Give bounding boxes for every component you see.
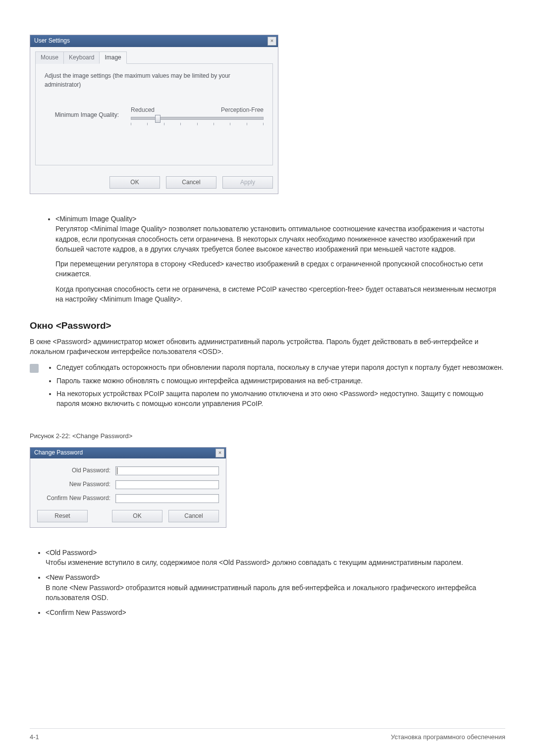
image-settings-note: Adjust the image settings (the maximum v…	[45, 72, 264, 89]
slider-label-reduced: Reduced	[131, 106, 155, 114]
text-caret	[117, 467, 117, 474]
user-settings-buttons: OK Cancel Apply	[35, 171, 273, 189]
slider-thumb[interactable]	[155, 115, 160, 123]
note-icon	[30, 364, 39, 373]
figure-caption: Рисунок 2-22: <Change Password>	[30, 432, 505, 441]
list-item: <Minimum Image Quality> Регулятор <Minim…	[55, 214, 505, 304]
old-password-input[interactable]	[115, 466, 219, 475]
note-item: На некоторых устройствах PCoIP защита па…	[56, 389, 505, 409]
change-password-body: Old Password: New Password: Confirm New …	[30, 458, 226, 527]
confirm-password-label: Confirm New Password:	[37, 494, 110, 503]
note-item: Пароль также можно обновлять с помощью и…	[56, 376, 505, 386]
new-password-label: New Password:	[37, 480, 110, 489]
dialog-title: User Settings	[34, 37, 70, 45]
list-item: <New Password> В поле <New Password> ото…	[46, 572, 505, 603]
tab-image[interactable]: Image	[99, 51, 126, 64]
slider-label-perception-free: Perception-Free	[221, 106, 264, 114]
confirm-password-input[interactable]	[115, 494, 219, 503]
image-tab-panel: Adjust the image settings (the maximum v…	[35, 64, 273, 165]
tab-keyboard[interactable]: Keyboard	[63, 51, 100, 64]
footer-section-title: Установка программного обеспечения	[391, 733, 505, 742]
min-image-quality-label: Minimum Image Quality:	[45, 106, 119, 119]
old-password-term: <Old Password>	[46, 548, 505, 557]
password-intro: В окне <Password> администратор может об…	[30, 337, 505, 357]
close-icon[interactable]: ×	[215, 449, 224, 457]
reset-button[interactable]: Reset	[37, 510, 88, 522]
old-password-row: Old Password:	[37, 466, 219, 475]
old-password-label: Old Password:	[37, 466, 110, 475]
list-item: <Old Password> Чтобы изменение вступило …	[46, 548, 505, 568]
change-password-buttons: Reset OK Cancel	[37, 508, 219, 522]
slider-area: Reduced Perception-Free	[131, 106, 264, 125]
user-settings-dialog: User Settings × Mouse Keyboard Image Adj…	[30, 35, 278, 194]
slider-ticks	[131, 123, 264, 125]
new-password-text: В поле <New Password> отобразится новый …	[46, 583, 505, 603]
close-icon[interactable]: ×	[268, 37, 276, 46]
password-fields-list: <Old Password> Чтобы изменение вступило …	[30, 548, 505, 618]
password-note-list: Следует соблюдать осторожность при обнов…	[46, 362, 505, 411]
list-item: <Confirm New Password>	[46, 607, 505, 617]
dialog-title: Change Password	[34, 449, 83, 457]
miq-para-2: При перемещении регулятора в сторону <Re…	[55, 259, 505, 279]
page-number: 4-1	[30, 733, 39, 742]
change-password-dialog: Change Password × Old Password: New Pass…	[30, 447, 226, 528]
page-footer: 4-1 Установка программного обеспечения	[30, 728, 505, 742]
new-password-row: New Password:	[37, 480, 219, 489]
change-password-titlebar[interactable]: Change Password ×	[30, 448, 226, 458]
tab-mouse[interactable]: Mouse	[35, 51, 64, 64]
miq-para-3: Когда пропускная способность сети не огр…	[55, 284, 505, 304]
new-password-input[interactable]	[115, 480, 219, 489]
miq-description-list: <Minimum Image Quality> Регулятор <Minim…	[30, 214, 505, 304]
min-image-quality-row: Minimum Image Quality: Reduced Perceptio…	[45, 106, 264, 125]
confirm-password-term: <Confirm New Password>	[46, 607, 505, 617]
confirm-password-row: Confirm New Password:	[37, 494, 219, 503]
user-settings-titlebar[interactable]: User Settings ×	[30, 35, 278, 47]
cancel-button[interactable]: Cancel	[168, 510, 219, 522]
apply-button[interactable]: Apply	[222, 176, 273, 189]
old-password-text: Чтобы изменение вступило в силу, содержи…	[46, 557, 505, 567]
note-item: Следует соблюдать осторожность при обнов…	[56, 362, 505, 372]
miq-term: <Minimum Image Quality>	[55, 214, 505, 224]
miq-para-1: Регулятор <Minimal Image Quality> позвол…	[55, 224, 505, 254]
ok-button[interactable]: OK	[112, 510, 162, 522]
user-settings-body: Mouse Keyboard Image Adjust the image se…	[30, 47, 278, 194]
new-password-term: <New Password>	[46, 572, 505, 582]
password-section-heading: Окно <Password>	[30, 319, 505, 333]
slider-captions: Reduced Perception-Free	[131, 106, 264, 114]
cancel-button[interactable]: Cancel	[166, 176, 216, 189]
tabs: Mouse Keyboard Image	[35, 51, 273, 64]
password-note-block: Следует соблюдать осторожность при обнов…	[30, 362, 505, 411]
ok-button[interactable]: OK	[109, 176, 160, 189]
quality-slider[interactable]	[131, 117, 264, 120]
